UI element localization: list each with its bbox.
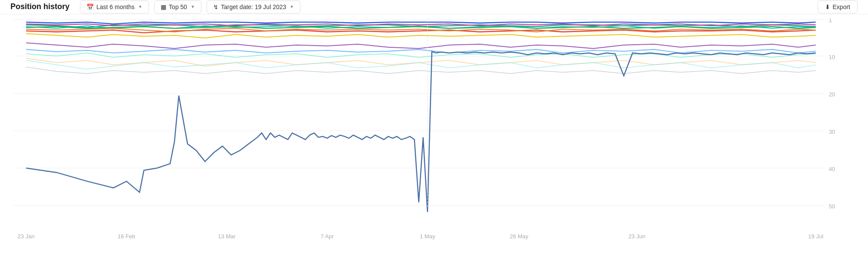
svg-text:23 Jun: 23 Jun [628,233,645,240]
svg-text:7 Apr: 7 Apr [320,233,334,240]
svg-text:30: 30 [829,128,835,135]
svg-text:1 May: 1 May [420,233,436,240]
svg-text:23 Jan: 23 Jan [18,233,35,240]
top-button[interactable]: ▦ Top 50 ▼ [154,0,201,13]
period-label: Last 6 months [96,3,135,10]
svg-text:50: 50 [829,203,835,210]
svg-text:26 May: 26 May [510,233,528,240]
export-label: Export [833,3,850,10]
period-button[interactable]: 📅 Last 6 months ▼ [80,0,149,13]
calendar-icon: 📅 [86,3,94,10]
chevron-down-icon: ▼ [138,4,142,9]
svg-text:16 Feb: 16 Feb [118,233,135,240]
download-icon: ⬇ [825,3,830,10]
toolbar: Position history 📅 Last 6 months ▼ ▦ Top… [0,0,868,14]
chevron-down-icon-3: ▼ [290,4,294,9]
svg-text:19 Jul: 19 Jul [808,233,823,240]
top-label: Top 50 [169,3,187,10]
trend-icon: ↯ [213,3,218,10]
svg-text:1: 1 [829,19,832,23]
chevron-down-icon-2: ▼ [191,4,195,9]
position-history-chart: 1 10 20 30 40 50 23 Jan 16 Feb 13 Mar 7 … [13,19,842,243]
page-title: Position history [10,2,69,11]
chart-area: 1 10 20 30 40 50 23 Jan 16 Feb 13 Mar 7 … [0,14,868,260]
target-label: Target date: 19 Jul 2023 [221,3,286,10]
export-button[interactable]: ⬇ Export [818,0,858,13]
svg-text:10: 10 [829,54,835,60]
svg-text:13 Mar: 13 Mar [218,233,236,240]
target-date-button[interactable]: ↯ Target date: 19 Jul 2023 ▼ [207,0,300,13]
page-container: Position history 📅 Last 6 months ▼ ▦ Top… [0,0,868,260]
table-icon: ▦ [161,3,166,10]
svg-text:20: 20 [829,91,835,98]
svg-text:40: 40 [829,166,835,172]
